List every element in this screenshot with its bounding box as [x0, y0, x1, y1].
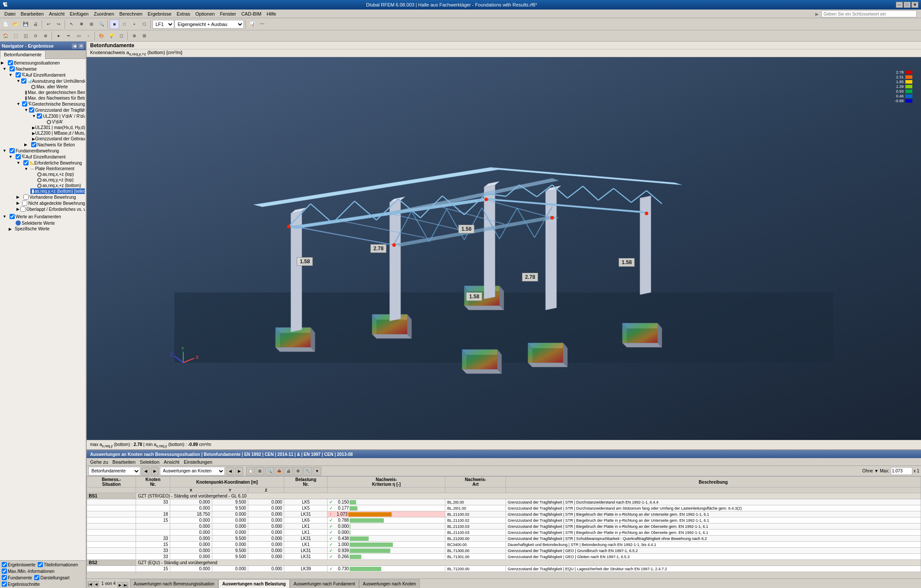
cb-werte[interactable] — [10, 214, 15, 219]
table-row[interactable]: 0.000 0.000 0.000 LK1 ✓ 0.000 BL.21100.0… — [87, 530, 921, 536]
tree-einzelfundament[interactable]: ▼ 🏗 Auf Einzelfundament — [9, 72, 85, 78]
cb-nicht-abgedeckte[interactable] — [22, 200, 27, 206]
table-row[interactable]: 0.000 9.500 0.000 LK5 ✓ 0.177 BL.2t01.00… — [87, 505, 921, 511]
view-side-btn[interactable]: ▪ — [130, 19, 139, 29]
tree-selektierte[interactable]: Selektierte Werte — [9, 220, 85, 226]
radio-as-x-top[interactable] — [37, 172, 42, 177]
tree-vorhandene[interactable]: ▶ Vorhandene Bewehrung — [16, 194, 85, 200]
tab-last-btn[interactable]: ▶| — [123, 582, 128, 588]
cb-vorhandene[interactable] — [23, 194, 29, 200]
radio-max-beton[interactable] — [25, 96, 27, 100]
cb-bemessungssituationen[interactable] — [8, 60, 13, 65]
tb2-btn4[interactable]: ⊙ — [31, 31, 40, 41]
nb-ergebnisschnitte[interactable]: Ergebnisschnitte — [1, 581, 41, 587]
menu-hilfe[interactable]: Hilfe — [264, 10, 279, 17]
rib-icon2[interactable]: ⊞ — [256, 467, 264, 475]
tb2-btn3[interactable]: ◫ — [21, 31, 30, 41]
tree-grenzzustand2[interactable]: ▶ Grenzzustand der Gebrauchstauglich... — [32, 136, 85, 142]
radio-max-alle[interactable] — [31, 85, 36, 89]
cb-umhuellenden[interactable] — [21, 78, 26, 84]
menu-bearbeiten[interactable]: Bearbeiten — [18, 10, 46, 17]
maximize-button[interactable]: □ — [904, 2, 911, 8]
tree-ulz301[interactable]: ▶ ULZ301 | max(Hx,d, Hy,d) / Rd,d — [32, 125, 85, 130]
cb-nachweise[interactable] — [10, 66, 15, 71]
tree-fundamentbewehrung[interactable]: ▼ Fundamentbewehrung — [1, 148, 85, 154]
menu-fenster[interactable]: Fenster — [217, 10, 239, 17]
btab-belastung[interactable]: Auswertungen nach Belastung — [218, 579, 290, 588]
print-btn[interactable]: 🖨 — [31, 19, 40, 29]
save-btn[interactable]: 💾 — [21, 19, 30, 29]
table-row[interactable]: 15 0.000 0.000 0.000 LK1 ✓ 1.000 BC3400.… — [87, 542, 921, 548]
tree-umhuellenden[interactable]: ▼ 📊 Ausnutzung der Umhüllenden — [16, 78, 85, 84]
tree-plate-reinforcement[interactable]: ▼ — Plate Reinforcement — [24, 166, 85, 171]
results-btn[interactable]: 📊 — [247, 19, 257, 29]
menu-ansicht[interactable]: Ansicht — [46, 10, 67, 17]
undo-btn[interactable]: ↩ — [44, 19, 53, 29]
redo-btn[interactable]: ↪ — [54, 19, 63, 29]
nb-darstellungsart[interactable]: Darstellungsart — [33, 575, 70, 581]
tree-ulz200[interactable]: ▶ ULZ200 | MBase,d / Muts,d — [32, 130, 85, 136]
view-front-btn[interactable]: ■ — [110, 19, 119, 29]
btab-knoten[interactable]: Auswertungen nach Knoten — [359, 579, 420, 588]
tree-as-x-bot[interactable]: as,req,x,+z (bottom) — [30, 183, 85, 188]
rib-icon1[interactable]: 📋 — [246, 467, 255, 475]
nav-collapse-btn[interactable]: ◀ — [71, 43, 78, 49]
menu-ergebnisse[interactable]: Ergebnisse — [145, 10, 174, 17]
res-menu-einstellungen[interactable]: Einstellungen — [182, 459, 214, 465]
wire-btn[interactable]: ◻ — [117, 31, 126, 41]
table-row[interactable]: 33 0.000 9.500 0.000 LK31 ✓ 0.939 BL.713… — [87, 548, 921, 554]
menu-zuordnen[interactable]: Zuordnen — [91, 10, 117, 17]
radio-max-geo[interactable] — [25, 90, 27, 95]
radio-selektierte[interactable] — [16, 220, 21, 226]
tree-as-y-top[interactable]: as,req,y,+z (top) — [30, 177, 85, 183]
tree-as-y-bot[interactable]: as,req,y,+z (bottom) [selected] — [30, 188, 85, 194]
results-combo-type[interactable]: Auswertungen an Knoten — [160, 467, 225, 475]
open-btn[interactable]: 📂 — [11, 19, 20, 29]
results-table-wrap[interactable]: Bemess.-Situation KnotenNr. Knotenpunkt-… — [87, 476, 921, 578]
table-row[interactable]: 33 0.000 9.500 0.000 LK31 ✓ 0.266 BL.713… — [87, 554, 921, 560]
res-menu-gehe-zu[interactable]: Gehe zu — [88, 459, 110, 465]
line-btn[interactable]: ━ — [64, 31, 73, 41]
new-btn[interactable]: 📄 — [1, 19, 10, 29]
rib-icon4[interactable]: 📤 — [275, 467, 283, 475]
menu-einfuegen[interactable]: Einfügen — [67, 10, 91, 17]
cb-einzelfundament2[interactable] — [16, 154, 21, 159]
rib-icon3[interactable]: 🔍 — [265, 467, 274, 475]
view-3d-btn[interactable]: ⬡ — [139, 19, 149, 29]
deform-btn[interactable]: 〰 — [257, 19, 267, 29]
tree-ueberlappt[interactable]: ▶ Überlappt / Erforderliches vs. vorhand… — [16, 206, 85, 212]
nb-titelinformationen[interactable]: Titelinformationen — [37, 562, 79, 568]
nb-fundamente[interactable]: Fundamente — [1, 575, 33, 581]
tree-spezifische[interactable]: ▶ Spezifische Werte — [9, 226, 85, 232]
move-btn[interactable]: ✥ — [77, 19, 86, 29]
cb-ulz300[interactable] — [37, 113, 42, 119]
menu-extras[interactable]: Extras — [174, 10, 193, 17]
cb-einzelfundament[interactable] — [16, 72, 21, 78]
tree-as-x-top[interactable]: as,req,x,+z (top) — [30, 171, 85, 177]
loadtype-combo[interactable]: Eigengewicht + Ausbau — [175, 20, 244, 29]
cb-fundamentbewehrung[interactable] — [10, 148, 15, 153]
res-menu-selektion[interactable]: Selektion — [138, 459, 161, 465]
tree-max-beton[interactable]: Max. des Nachweises für Beton — [24, 95, 85, 101]
table-row[interactable]: 15 0.000 0.000 0.000 LK6 ✓ 0.788 BL.2110… — [87, 517, 921, 523]
results-icon-btn1[interactable]: ◀ — [226, 467, 234, 475]
tree-nicht-abgedeckte[interactable]: ▶ Nicht abgedeckte Bewehrung — [16, 200, 85, 206]
tab-prev-btn[interactable]: ◀ — [94, 581, 99, 587]
zoom-in-btn[interactable]: 🔍 — [97, 19, 106, 29]
tb2-btn2[interactable]: ⬚ — [11, 31, 20, 41]
node-btn[interactable]: ● — [54, 31, 63, 41]
cb-ueberlappt[interactable] — [20, 207, 26, 212]
tab-first-btn[interactable]: |◀ — [88, 581, 93, 587]
nb-ergebniswerte[interactable]: Ergebniswerte — [1, 562, 36, 568]
tree-vda[interactable]: V'd/A' — [40, 119, 85, 125]
loadcase-combo[interactable]: LF1 — [152, 20, 174, 29]
view-top-btn[interactable]: □ — [120, 19, 129, 29]
menu-berechnen[interactable]: Berechnen — [117, 10, 145, 17]
radio-as-y-top[interactable] — [37, 178, 42, 182]
table-row[interactable]: 33 0.000 9.500 0.000 LK31 ✓ 0.438 BL.212… — [87, 536, 921, 542]
tree-ulz300[interactable]: ▼ ULZ300 | V'd/A' / R'd/A' — [32, 113, 85, 119]
search-input-top[interactable] — [821, 10, 917, 17]
table-row[interactable]: 18 18.750 0.000 0.000 LK31 ↑ 1.073 BL.21… — [87, 511, 921, 517]
rib-icon6[interactable]: ⚙ — [294, 467, 302, 475]
tree-werte[interactable]: ▼ Werte an Fundamenten — [1, 213, 85, 220]
